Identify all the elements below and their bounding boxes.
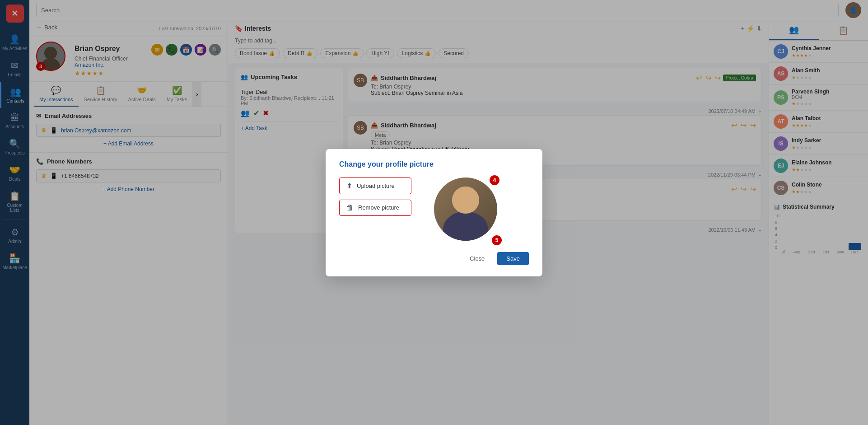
upload-icon: ⬆: [346, 182, 352, 190]
close-button[interactable]: Close: [462, 252, 493, 265]
modal-options: ⬆ Upload picture 🗑 Remove picture: [339, 177, 411, 216]
trash-icon: 🗑: [346, 204, 354, 212]
svg-point-3: [443, 211, 488, 241]
modal-footer: Close Save: [339, 252, 529, 265]
change-profile-picture-modal: Change your profile picture ⬆ Upload pic…: [326, 149, 542, 276]
profile-preview-container: 4 5: [434, 177, 497, 241]
svg-point-4: [452, 187, 479, 214]
upload-picture-button[interactable]: ⬆ Upload picture: [339, 177, 411, 194]
badge-5: 5: [492, 235, 502, 245]
modal-title: Change your profile picture: [339, 160, 529, 168]
modal-body: ⬆ Upload picture 🗑 Remove picture 4: [339, 177, 529, 241]
remove-picture-button[interactable]: 🗑 Remove picture: [339, 200, 411, 216]
profile-preview: [434, 177, 497, 241]
modal-overlay: Change your profile picture ⬆ Upload pic…: [0, 0, 868, 425]
save-button[interactable]: Save: [497, 252, 529, 265]
badge-4: 4: [490, 175, 499, 185]
